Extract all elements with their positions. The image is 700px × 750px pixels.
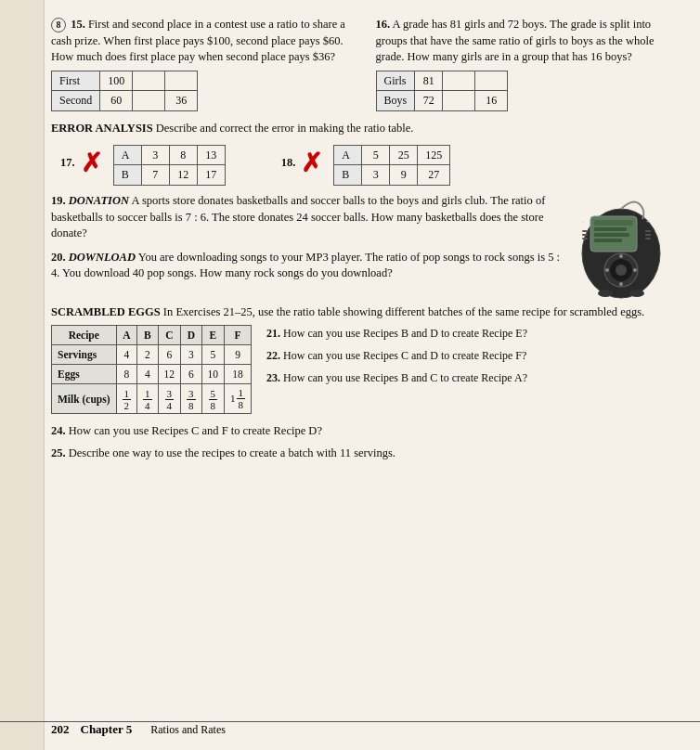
p15-r1v3 — [165, 71, 198, 91]
problem-row-15-16: 8 15. First and second place in a contes… — [51, 17, 672, 111]
p16-table: Girls 81 Boys 72 16 — [376, 71, 509, 112]
p16-r1v3 — [475, 71, 508, 91]
p16-row1-label: Girls — [376, 71, 415, 91]
p18-r1v1: 5 — [362, 145, 390, 165]
p16-r2v2 — [443, 91, 475, 111]
mp3-svg: + - — [570, 193, 672, 300]
eggs-f: 18 — [225, 364, 252, 383]
servings-f: 9 — [225, 344, 252, 364]
col-e: E — [201, 325, 225, 344]
servings-e: 5 — [201, 344, 225, 364]
svg-rect-6 — [582, 230, 588, 232]
milk-e: 58 — [201, 383, 225, 413]
svg-rect-2 — [594, 220, 633, 226]
servings-d: 3 — [181, 344, 202, 364]
q23-text: How can you use Recipes B and C to creat… — [283, 371, 527, 384]
p16-r2v1: 72 — [415, 91, 443, 111]
q23-number: 23. — [266, 371, 280, 384]
q21-number: 21. — [266, 327, 280, 340]
p18-row2-label: B — [334, 165, 362, 186]
questions-col: 21. How can you use Recipes B and D to c… — [266, 325, 672, 386]
svg-rect-4 — [594, 233, 629, 237]
q22: 22. How can you use Recipes C and D to c… — [266, 347, 672, 364]
p17-r1v1: 3 — [141, 145, 169, 165]
error-analysis-label: ERROR ANALYSIS — [51, 122, 153, 135]
frac-3-8: 38 — [187, 388, 196, 411]
problems-19-20-text: 19. DONATION A sports store donates bask… — [51, 193, 561, 295]
p15-table: First 100 Second 60 36 — [51, 71, 198, 112]
scrambled-layout: Recipe A B C D E F Servings 4 2 6 3 — [51, 325, 672, 414]
p16-row2-label: Boys — [376, 91, 415, 111]
col-b: B — [137, 325, 159, 344]
p18-r2v3: 27 — [418, 165, 450, 186]
p15-row1-label: First — [52, 71, 100, 91]
p15-r1v2 — [133, 71, 165, 91]
p17-table: A 3 8 13 B 7 12 17 — [113, 145, 226, 187]
p25-text: Describe one way to use the recipes to c… — [69, 446, 395, 459]
svg-rect-11 — [645, 238, 651, 239]
servings-c: 6 — [158, 344, 181, 364]
error-analysis-text: Describe and correct the error in making… — [156, 122, 414, 135]
svg-rect-10 — [645, 234, 651, 236]
p16-number: 16. — [376, 18, 391, 31]
p18-table: A 5 25 125 B 3 9 27 — [333, 145, 450, 187]
p18-r2v1: 3 — [362, 165, 390, 186]
q22-number: 22. — [266, 349, 280, 362]
footer-subtitle: Ratios and Rates — [150, 723, 226, 737]
p18-r1v2: 25 — [390, 145, 418, 165]
svg-point-16 — [619, 282, 623, 286]
svg-rect-7 — [582, 234, 588, 236]
p15-r2v3: 36 — [165, 91, 198, 111]
scrambled-header: SCRAMBLED EGGS In Exercises 21–25, use t… — [51, 304, 672, 321]
p18-row1-label: A — [334, 145, 362, 165]
p16-text: A grade has 81 girls and 72 boys. The gr… — [376, 18, 655, 63]
p17-error: ✗ A 3 8 13 B 7 12 17 — [81, 141, 226, 187]
col-f: F — [225, 325, 252, 344]
mixed-1-1-8: 118 — [230, 387, 245, 410]
p17-number: 17. — [60, 155, 75, 172]
p25-number: 25. — [51, 446, 66, 459]
p18-error: ✗ A 5 25 125 B 3 9 27 — [301, 141, 450, 187]
problem-18: 18. ✗ A 5 25 125 B 3 9 — [281, 141, 451, 187]
p17-x-mark: ✗ — [81, 145, 102, 181]
error-analysis-header: ERROR ANALYSIS Describe and correct the … — [51, 121, 672, 137]
q21-text: How can you use Recipes B and D to creat… — [283, 327, 527, 340]
scrambled-label-rest: In Exercises 21–25, use the ratio table … — [163, 305, 644, 318]
milk-b: 14 — [137, 383, 159, 413]
problem-25: 25. Describe one way to use the recipes … — [51, 446, 672, 462]
p18-r1v3: 125 — [418, 145, 450, 165]
content-area: 8 15. First and second place in a contes… — [51, 17, 672, 461]
svg-text:-: - — [582, 218, 585, 225]
eggs-d: 6 — [181, 364, 202, 383]
p19-label: DONATION — [69, 194, 129, 207]
p24-number: 24. — [51, 424, 66, 437]
eggs-a: 8 — [116, 364, 137, 383]
problem-20: 20. DOWNLOAD You are downloading songs t… — [51, 250, 561, 282]
problem-16: 16. A grade has 81 girls and 72 boys. Th… — [376, 17, 673, 111]
p18-r2v2: 9 — [390, 165, 418, 186]
svg-rect-3 — [594, 227, 627, 231]
p18-x-mark: ✗ — [301, 145, 322, 181]
scrambled-label: SCRAMBLED EGGS — [51, 305, 161, 318]
scrambled-eggs-section: SCRAMBLED EGGS In Exercises 21–25, use t… — [51, 304, 672, 461]
frac-1-2: 12 — [123, 388, 132, 411]
p17-row1-label: A — [113, 145, 141, 165]
svg-point-19 — [598, 290, 613, 297]
problem-15-text: 8 15. First and second place in a contes… — [51, 17, 348, 66]
footer: 202 Chapter 5 Ratios and Rates — [0, 721, 700, 737]
col-a: A — [116, 325, 137, 344]
svg-point-17 — [605, 268, 609, 272]
frac-3-4: 34 — [165, 388, 175, 411]
frac-1-8: 18 — [237, 387, 246, 410]
milk-a: 12 — [116, 383, 137, 413]
eggs-c: 12 — [158, 364, 181, 383]
p17-r2v3: 17 — [197, 165, 225, 186]
problem-row-17-18: 17. ✗ A 3 8 13 B 7 12 — [60, 141, 672, 187]
p15-r1v1: 100 — [100, 71, 133, 91]
p20-number: 20. — [51, 251, 66, 264]
p16-r1v1: 81 — [415, 71, 443, 91]
milk-c: 34 — [158, 383, 181, 413]
row-eggs-label: Eggs — [52, 364, 117, 383]
p17-row2-label: B — [113, 165, 141, 186]
servings-a: 4 — [116, 344, 137, 364]
